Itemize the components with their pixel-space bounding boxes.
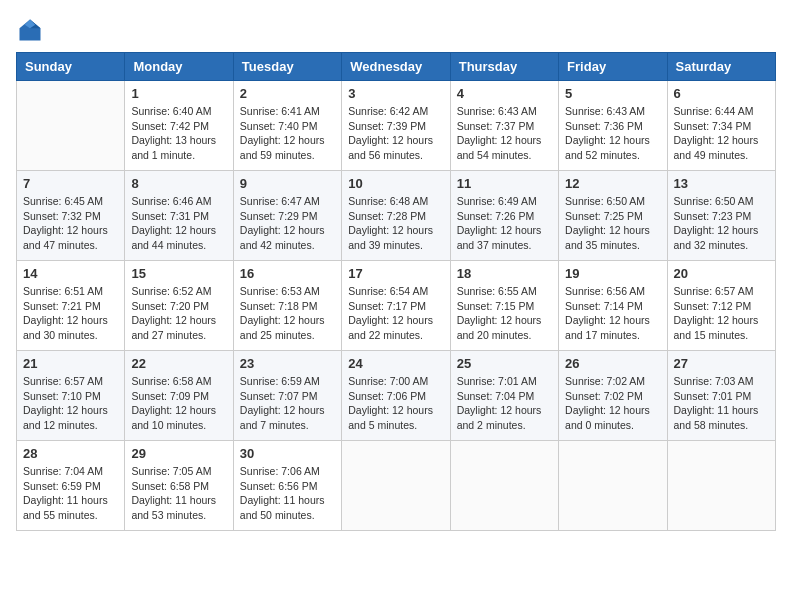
day-number: 20 [674, 266, 769, 281]
day-info: Sunrise: 6:47 AM Sunset: 7:29 PM Dayligh… [240, 194, 335, 253]
calendar-header: SundayMondayTuesdayWednesdayThursdayFrid… [17, 53, 776, 81]
calendar-cell: 14Sunrise: 6:51 AM Sunset: 7:21 PM Dayli… [17, 261, 125, 351]
calendar-cell: 9Sunrise: 6:47 AM Sunset: 7:29 PM Daylig… [233, 171, 341, 261]
day-info: Sunrise: 6:40 AM Sunset: 7:42 PM Dayligh… [131, 104, 226, 163]
day-number: 26 [565, 356, 660, 371]
day-info: Sunrise: 6:44 AM Sunset: 7:34 PM Dayligh… [674, 104, 769, 163]
calendar-cell [559, 441, 667, 531]
day-number: 8 [131, 176, 226, 191]
week-row-5: 28Sunrise: 7:04 AM Sunset: 6:59 PM Dayli… [17, 441, 776, 531]
calendar-body: 1Sunrise: 6:40 AM Sunset: 7:42 PM Daylig… [17, 81, 776, 531]
calendar-cell: 21Sunrise: 6:57 AM Sunset: 7:10 PM Dayli… [17, 351, 125, 441]
day-number: 28 [23, 446, 118, 461]
day-info: Sunrise: 6:42 AM Sunset: 7:39 PM Dayligh… [348, 104, 443, 163]
page-header [16, 16, 776, 44]
day-number: 19 [565, 266, 660, 281]
week-row-4: 21Sunrise: 6:57 AM Sunset: 7:10 PM Dayli… [17, 351, 776, 441]
day-info: Sunrise: 6:45 AM Sunset: 7:32 PM Dayligh… [23, 194, 118, 253]
calendar-cell: 5Sunrise: 6:43 AM Sunset: 7:36 PM Daylig… [559, 81, 667, 171]
day-number: 25 [457, 356, 552, 371]
day-info: Sunrise: 7:02 AM Sunset: 7:02 PM Dayligh… [565, 374, 660, 433]
day-number: 11 [457, 176, 552, 191]
day-number: 15 [131, 266, 226, 281]
day-number: 1 [131, 86, 226, 101]
day-number: 6 [674, 86, 769, 101]
calendar-cell: 20Sunrise: 6:57 AM Sunset: 7:12 PM Dayli… [667, 261, 775, 351]
calendar-cell: 12Sunrise: 6:50 AM Sunset: 7:25 PM Dayli… [559, 171, 667, 261]
day-number: 10 [348, 176, 443, 191]
weekday-header-thursday: Thursday [450, 53, 558, 81]
day-info: Sunrise: 6:54 AM Sunset: 7:17 PM Dayligh… [348, 284, 443, 343]
calendar-cell: 30Sunrise: 7:06 AM Sunset: 6:56 PM Dayli… [233, 441, 341, 531]
calendar-cell: 16Sunrise: 6:53 AM Sunset: 7:18 PM Dayli… [233, 261, 341, 351]
day-info: Sunrise: 7:00 AM Sunset: 7:06 PM Dayligh… [348, 374, 443, 433]
calendar-cell: 4Sunrise: 6:43 AM Sunset: 7:37 PM Daylig… [450, 81, 558, 171]
day-info: Sunrise: 7:06 AM Sunset: 6:56 PM Dayligh… [240, 464, 335, 523]
day-info: Sunrise: 6:49 AM Sunset: 7:26 PM Dayligh… [457, 194, 552, 253]
day-info: Sunrise: 7:03 AM Sunset: 7:01 PM Dayligh… [674, 374, 769, 433]
week-row-3: 14Sunrise: 6:51 AM Sunset: 7:21 PM Dayli… [17, 261, 776, 351]
calendar-cell: 29Sunrise: 7:05 AM Sunset: 6:58 PM Dayli… [125, 441, 233, 531]
day-number: 7 [23, 176, 118, 191]
weekday-header-monday: Monday [125, 53, 233, 81]
day-number: 21 [23, 356, 118, 371]
day-number: 13 [674, 176, 769, 191]
day-info: Sunrise: 6:46 AM Sunset: 7:31 PM Dayligh… [131, 194, 226, 253]
day-info: Sunrise: 6:48 AM Sunset: 7:28 PM Dayligh… [348, 194, 443, 253]
day-info: Sunrise: 6:57 AM Sunset: 7:10 PM Dayligh… [23, 374, 118, 433]
calendar-cell: 18Sunrise: 6:55 AM Sunset: 7:15 PM Dayli… [450, 261, 558, 351]
day-number: 2 [240, 86, 335, 101]
calendar-cell [342, 441, 450, 531]
calendar-cell: 17Sunrise: 6:54 AM Sunset: 7:17 PM Dayli… [342, 261, 450, 351]
calendar-cell: 7Sunrise: 6:45 AM Sunset: 7:32 PM Daylig… [17, 171, 125, 261]
calendar-cell: 15Sunrise: 6:52 AM Sunset: 7:20 PM Dayli… [125, 261, 233, 351]
calendar-cell: 26Sunrise: 7:02 AM Sunset: 7:02 PM Dayli… [559, 351, 667, 441]
day-number: 18 [457, 266, 552, 281]
day-number: 16 [240, 266, 335, 281]
calendar-table: SundayMondayTuesdayWednesdayThursdayFrid… [16, 52, 776, 531]
day-number: 5 [565, 86, 660, 101]
day-number: 9 [240, 176, 335, 191]
day-info: Sunrise: 6:59 AM Sunset: 7:07 PM Dayligh… [240, 374, 335, 433]
day-number: 4 [457, 86, 552, 101]
calendar-cell: 24Sunrise: 7:00 AM Sunset: 7:06 PM Dayli… [342, 351, 450, 441]
calendar-cell: 10Sunrise: 6:48 AM Sunset: 7:28 PM Dayli… [342, 171, 450, 261]
week-row-2: 7Sunrise: 6:45 AM Sunset: 7:32 PM Daylig… [17, 171, 776, 261]
weekday-header-friday: Friday [559, 53, 667, 81]
calendar-cell: 27Sunrise: 7:03 AM Sunset: 7:01 PM Dayli… [667, 351, 775, 441]
calendar-cell: 6Sunrise: 6:44 AM Sunset: 7:34 PM Daylig… [667, 81, 775, 171]
day-number: 27 [674, 356, 769, 371]
weekday-header-wednesday: Wednesday [342, 53, 450, 81]
day-info: Sunrise: 6:58 AM Sunset: 7:09 PM Dayligh… [131, 374, 226, 433]
calendar-cell [17, 81, 125, 171]
day-info: Sunrise: 6:51 AM Sunset: 7:21 PM Dayligh… [23, 284, 118, 343]
calendar-cell: 8Sunrise: 6:46 AM Sunset: 7:31 PM Daylig… [125, 171, 233, 261]
day-number: 23 [240, 356, 335, 371]
day-info: Sunrise: 7:05 AM Sunset: 6:58 PM Dayligh… [131, 464, 226, 523]
logo [16, 16, 46, 44]
day-info: Sunrise: 6:43 AM Sunset: 7:37 PM Dayligh… [457, 104, 552, 163]
day-info: Sunrise: 7:01 AM Sunset: 7:04 PM Dayligh… [457, 374, 552, 433]
calendar-cell: 2Sunrise: 6:41 AM Sunset: 7:40 PM Daylig… [233, 81, 341, 171]
weekday-header-row: SundayMondayTuesdayWednesdayThursdayFrid… [17, 53, 776, 81]
day-info: Sunrise: 6:50 AM Sunset: 7:23 PM Dayligh… [674, 194, 769, 253]
calendar-cell: 11Sunrise: 6:49 AM Sunset: 7:26 PM Dayli… [450, 171, 558, 261]
calendar-cell: 19Sunrise: 6:56 AM Sunset: 7:14 PM Dayli… [559, 261, 667, 351]
day-number: 14 [23, 266, 118, 281]
day-number: 12 [565, 176, 660, 191]
day-info: Sunrise: 6:52 AM Sunset: 7:20 PM Dayligh… [131, 284, 226, 343]
calendar-cell: 25Sunrise: 7:01 AM Sunset: 7:04 PM Dayli… [450, 351, 558, 441]
day-info: Sunrise: 6:55 AM Sunset: 7:15 PM Dayligh… [457, 284, 552, 343]
day-info: Sunrise: 6:43 AM Sunset: 7:36 PM Dayligh… [565, 104, 660, 163]
day-number: 24 [348, 356, 443, 371]
day-info: Sunrise: 6:53 AM Sunset: 7:18 PM Dayligh… [240, 284, 335, 343]
calendar-cell: 1Sunrise: 6:40 AM Sunset: 7:42 PM Daylig… [125, 81, 233, 171]
calendar-cell [450, 441, 558, 531]
calendar-cell: 13Sunrise: 6:50 AM Sunset: 7:23 PM Dayli… [667, 171, 775, 261]
day-number: 30 [240, 446, 335, 461]
calendar-cell: 28Sunrise: 7:04 AM Sunset: 6:59 PM Dayli… [17, 441, 125, 531]
weekday-header-tuesday: Tuesday [233, 53, 341, 81]
weekday-header-sunday: Sunday [17, 53, 125, 81]
week-row-1: 1Sunrise: 6:40 AM Sunset: 7:42 PM Daylig… [17, 81, 776, 171]
day-number: 3 [348, 86, 443, 101]
